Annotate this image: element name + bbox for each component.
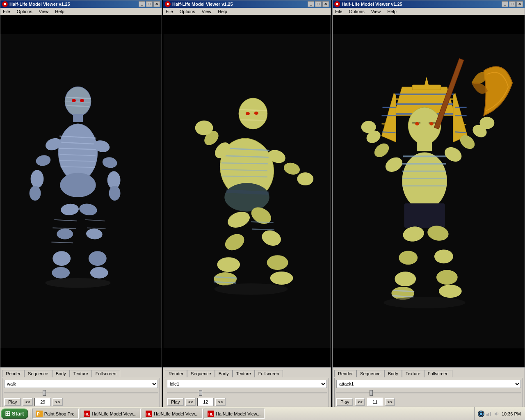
tabs-1: Render Sequence Body Texture Fullscreen [2, 370, 160, 377]
tab-body-3[interactable]: Body [384, 370, 402, 377]
menu-file-1[interactable]: File [1, 9, 12, 14]
menu-file-3[interactable]: File [333, 9, 344, 14]
svg-line-87 [455, 124, 466, 125]
prev-button-1[interactable]: << [23, 398, 33, 406]
svg-point-23 [60, 173, 96, 197]
next-button-1[interactable]: >> [52, 398, 63, 406]
tab-content-3: attack1 Play << >> [334, 378, 523, 408]
menu-view-1[interactable]: View [37, 9, 50, 14]
svg-point-30 [89, 251, 107, 266]
menu-help-3[interactable]: Help [386, 9, 398, 14]
svg-point-25 [57, 229, 73, 240]
tab-texture-2[interactable]: Texture [233, 370, 255, 377]
tab-fullscreen-3[interactable]: Fullscreen [424, 370, 452, 377]
maximize-button-2[interactable]: □ [315, 1, 322, 7]
svg-point-123 [383, 297, 465, 308]
title-bar-1: ■ Half-Life Model Viewer v1.25 _ □ ✕ [0, 0, 162, 8]
taskbar-item-hlmv1[interactable]: HL Half-Life Model View... [80, 409, 141, 419]
svg-point-39 [239, 98, 267, 129]
menu-file-2[interactable]: File [164, 9, 175, 14]
maximize-button-1[interactable]: □ [146, 1, 153, 7]
tab-body-2[interactable]: Body [215, 370, 233, 377]
prev-button-3[interactable]: << [355, 398, 365, 406]
maximize-button-3[interactable]: □ [509, 1, 516, 7]
svg-rect-7 [73, 114, 83, 122]
menu-help-1[interactable]: Help [53, 9, 66, 14]
close-button-1[interactable]: ✕ [153, 1, 160, 7]
sequence-select-2[interactable]: idle1 [167, 380, 327, 388]
close-button-2[interactable]: ✕ [322, 1, 329, 7]
slider-row-3 [336, 390, 521, 396]
close-button-3[interactable]: ✕ [516, 1, 523, 7]
svg-line-42 [240, 120, 265, 121]
tab-texture-1[interactable]: Texture [70, 370, 92, 377]
menu-view-2[interactable]: View [200, 9, 213, 14]
tab-fullscreen-2[interactable]: Fullscreen [255, 370, 283, 377]
svg-marker-137 [495, 412, 497, 416]
play-button-1[interactable]: Play [4, 398, 21, 406]
menu-help-2[interactable]: Help [216, 9, 229, 14]
taskbar-item-psp[interactable]: P Paint Shop Pro [32, 409, 79, 419]
taskbar-separator [30, 409, 30, 419]
minimize-button-1[interactable]: _ [139, 1, 145, 7]
speaker-icon [493, 411, 500, 417]
svg-point-57 [224, 183, 269, 212]
tab-sequence-2[interactable]: Sequence [187, 370, 215, 377]
taskbar-hlmv2-label: Half-Life Model View... [154, 411, 199, 416]
menu-options-3[interactable]: Options [347, 9, 366, 14]
next-button-3[interactable]: >> [385, 398, 395, 406]
menu-options-2[interactable]: Options [178, 9, 197, 14]
frame-slider-1[interactable] [4, 390, 158, 396]
minimize-button-2[interactable]: _ [308, 1, 314, 7]
svg-line-83 [382, 132, 395, 133]
sequence-select-1[interactable]: walk [4, 380, 158, 388]
tab-content-2: idle1 Play << >> [165, 378, 329, 408]
tab-fullscreen-1[interactable]: Fullscreen [92, 370, 120, 377]
svg-point-71 [214, 283, 288, 295]
taskbar-item-hlmv3[interactable]: HL Half-Life Model View... [203, 409, 265, 419]
title-bar-left-3: ■ Half-Life Model Viewer v1.25 [334, 1, 402, 7]
svg-point-95 [429, 122, 434, 126]
tab-sequence-1[interactable]: Sequence [24, 370, 52, 377]
svg-line-82 [381, 124, 395, 125]
model-render-2 [163, 15, 331, 367]
system-tray: 10:36 PM [474, 407, 524, 420]
play-button-3[interactable]: Play [336, 398, 353, 406]
tab-render-3[interactable]: Render [334, 370, 356, 377]
tab-body-1[interactable]: Body [52, 370, 70, 377]
menu-bar-3: File Options View Help [333, 8, 525, 15]
sequence-select-3[interactable]: attack1 [336, 380, 521, 388]
start-button[interactable]: ⊞ Start [1, 409, 28, 419]
svg-point-27 [52, 267, 70, 278]
tab-render-1[interactable]: Render [2, 370, 24, 377]
frame-input-2[interactable] [197, 398, 214, 406]
menu-bar-2: File Options View Help [163, 8, 331, 15]
play-button-2[interactable]: Play [167, 398, 184, 406]
prev-button-2[interactable]: << [185, 398, 196, 406]
svg-text:HL: HL [146, 412, 151, 416]
app-icon-3: ■ [334, 1, 340, 7]
taskbar-item-hlmv2[interactable]: HL Half-Life Model View... [142, 409, 203, 419]
next-button-2[interactable]: >> [215, 398, 226, 406]
svg-point-5 [72, 99, 76, 102]
svg-point-31 [90, 267, 108, 278]
app-icon-1: ■ [2, 1, 8, 7]
menu-options-1[interactable]: Options [15, 9, 34, 14]
tab-texture-3[interactable]: Texture [402, 370, 424, 377]
menu-view-3[interactable]: View [370, 9, 383, 14]
controls-row-2: Play << >> [167, 398, 327, 406]
svg-point-26 [52, 251, 71, 266]
taskbar-hlmv3-label: Half-Life Model View... [216, 411, 260, 416]
frame-slider-3[interactable] [336, 390, 521, 396]
tab-sequence-3[interactable]: Sequence [356, 370, 384, 377]
tab-render-2[interactable]: Render [165, 370, 187, 377]
frame-slider-2[interactable] [167, 390, 327, 396]
start-icon: ⊞ [5, 410, 10, 418]
model-render-3 [333, 15, 525, 367]
minimize-button-3[interactable]: _ [502, 1, 508, 7]
hlmv1-icon: HL [84, 411, 90, 417]
frame-input-1[interactable] [34, 398, 51, 406]
svg-point-62 [214, 272, 237, 285]
frame-input-3[interactable] [367, 398, 383, 406]
tabs-2: Render Sequence Body Texture Fullscreen [165, 370, 329, 377]
